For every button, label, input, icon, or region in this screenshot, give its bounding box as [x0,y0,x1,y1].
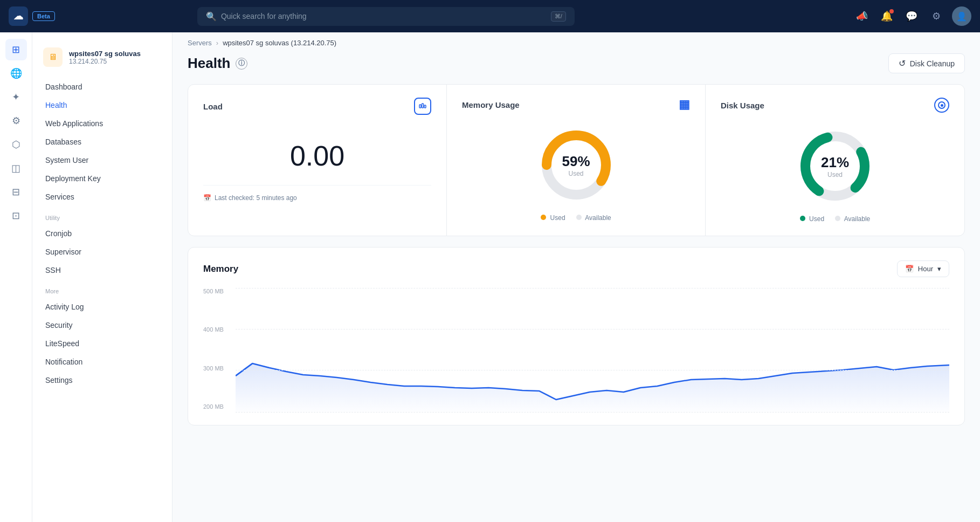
sidebar-icon-layout[interactable]: ◫ [5,157,27,179]
memory-card-icon: ▦ [679,98,690,112]
disk-available-dot [835,216,840,221]
disk-card: Disk Usage 21% Used [706,85,964,236]
disk-available-legend: Available [835,215,870,223]
breadcrumb-root[interactable]: Servers [188,39,212,47]
logo-icon: ☁ [9,6,28,26]
calendar-small-icon: 📅 [905,265,914,273]
nav-item-ssh[interactable]: SSH [32,261,172,279]
top-nav: ☁ Beta 🔍 ⌘/ 📣 🔔 💬 ⚙ 👤 [0,0,980,32]
memory-available-dot [576,215,582,220]
utility-section-label: Utility [32,206,172,224]
chart-svg [236,288,949,412]
memory-percentage: 59% [562,153,590,170]
svg-rect-0 [419,105,421,108]
nav-item-services[interactable]: Services [32,188,172,206]
nav-item-supervisor[interactable]: Supervisor [32,243,172,261]
chart-header: Memory 📅 Hour ▾ [203,260,949,277]
memory-chart-section: Memory 📅 Hour ▾ 500 MB 400 MB 300 MB 200… [188,247,965,425]
grid-line-bottom [236,412,949,413]
chart-plot [236,288,949,412]
load-card-icon[interactable] [414,98,431,115]
memory-card-title: Memory Usage ▦ [462,98,690,112]
beta-badge: Beta [32,11,55,21]
time-selector-label: Hour [918,265,933,273]
svg-rect-2 [424,105,426,108]
memory-used-dot [541,215,546,220]
more-section-label: More [32,279,172,298]
sidebar-icon-globe[interactable]: 🌐 [5,63,27,84]
cards-row: Load 0.00 📅 Last checked: 5 minutes ago [188,84,965,236]
load-card: Load 0.00 📅 Last checked: 5 minutes ago [188,85,447,236]
memory-donut-container: 59% Used Used Available [462,120,690,222]
disk-legend: Used Available [800,215,871,223]
info-icon[interactable]: ⓘ [236,58,247,70]
server-name: wpsites07 sg soluvas [69,50,141,58]
avatar[interactable]: 👤 [952,6,971,26]
nav-item-dashboard[interactable]: Dashboard [32,78,172,96]
main-layout: ⊞ 🌐 ✦ ⚙ ⬡ ◫ ⊟ ⊡ 🖥 wpsites07 sg soluvas 1… [0,32,980,522]
nav-item-litespeed[interactable]: LiteSpeed [32,334,172,353]
memory-donut: 59% Used [536,125,617,205]
notifications-button[interactable]: 🔔 [878,7,896,25]
disk-cleanup-button[interactable]: ↺ Disk Cleanup [888,53,965,73]
nav-item-settings[interactable]: Settings [32,371,172,389]
load-card-footer: 📅 Last checked: 5 minutes ago [203,185,431,202]
sidebar-icon-star[interactable]: ✦ [5,86,27,108]
memory-label: Used [562,170,590,177]
chat-button[interactable]: 💬 [902,7,921,25]
sidebar-icon-grid[interactable]: ⊞ [5,39,27,60]
disk-used-legend: Used [800,215,824,223]
memory-legend: Used Available [541,214,611,222]
chart-y-labels: 500 MB 400 MB 300 MB 200 MB [203,288,233,412]
sidebar-icon-camera[interactable]: ⊡ [5,205,27,226]
notification-dot [889,9,894,13]
nav-item-cronjob[interactable]: Cronjob [32,224,172,243]
sidebar-icon-storage[interactable]: ⊟ [5,181,27,203]
y-label-500: 500 MB [203,288,233,294]
settings-button[interactable]: ⚙ [927,7,946,25]
grid-line-top [236,288,949,289]
nav-item-security[interactable]: Security [32,316,172,334]
y-label-200: 200 MB [203,403,233,410]
broadcast-button[interactable]: 📣 [853,7,871,25]
nav-item-activity-log[interactable]: Activity Log [32,298,172,316]
breadcrumb-separator: › [216,39,218,47]
svg-rect-1 [422,104,424,108]
disk-card-icon [934,98,949,113]
search-input[interactable] [221,12,547,20]
y-label-300: 300 MB [203,365,233,372]
nav-item-web-applications[interactable]: Web Applications [32,114,172,133]
content-area: Servers › wpsites07 sg soluvas (13.214.2… [172,32,980,522]
search-bar[interactable]: 🔍 ⌘/ [197,7,575,26]
breadcrumb: Servers › wpsites07 sg soluvas (13.214.2… [172,32,980,49]
disk-used-dot [800,216,805,221]
server-icon: 🖥 [43,47,63,67]
sidebar-icon-plugin[interactable]: ⬡ [5,134,27,155]
grid-line-mid2 [236,370,949,370]
nav-item-system-user[interactable]: System User [32,151,172,169]
nav-item-databases[interactable]: Databases [32,133,172,151]
nav-item-health[interactable]: Health [32,96,172,114]
server-header: 🖥 wpsites07 sg soluvas 13.214.20.75 [32,41,172,78]
page-header: Health ⓘ ↺ Disk Cleanup [172,49,980,84]
y-label-400: 400 MB [203,326,233,333]
keyboard-shortcut: ⌘/ [551,11,566,22]
nav-item-notification[interactable]: Notification [32,353,172,371]
load-card-title: Load [203,98,431,115]
disk-percentage: 21% [821,154,849,171]
time-selector-button[interactable]: 📅 Hour ▾ [897,260,949,277]
memory-available-legend: Available [576,214,611,222]
disk-donut-center: 21% Used [821,154,849,178]
search-icon: 🔍 [206,11,217,22]
chart-title: Memory [203,264,238,274]
logo-area: ☁ Beta [9,6,55,26]
chart-area-fill [236,363,949,412]
disk-donut: 21% Used [795,126,875,207]
sidebar-icon-gear[interactable]: ⚙ [5,110,27,132]
nav-item-deployment-key[interactable]: Deployment Key [32,169,172,188]
memory-used-legend: Used [541,214,565,222]
memory-card: Memory Usage ▦ 59% Used [447,85,706,236]
grid-line-mid1 [236,329,949,329]
disk-donut-container: 21% Used Used Available [721,121,949,223]
page-title: Health ⓘ [188,55,247,72]
